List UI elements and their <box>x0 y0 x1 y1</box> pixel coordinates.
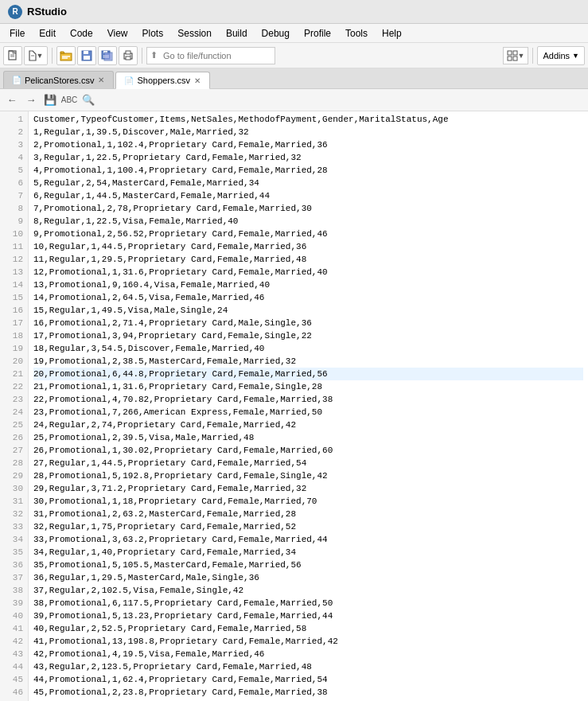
code-line-24: 23,Promotional,7,266,American Express,Fe… <box>33 406 583 419</box>
line-number-19: 19 <box>0 342 23 355</box>
new-script-button[interactable]: ▼ <box>24 46 48 65</box>
line-number-28: 28 <box>0 457 23 469</box>
find-button[interactable]: 🔍 <box>80 92 97 109</box>
code-line-3: 2,Promotional,1,102.4,Proprietary Card,F… <box>33 138 583 151</box>
toolbar-separator-2 <box>142 48 142 64</box>
menu-item-tools[interactable]: Tools <box>339 26 374 41</box>
line-number-46: 46 <box>0 686 23 699</box>
code-line-31: 30,Promotional,1,18,Proprietary Card,Fem… <box>33 495 583 508</box>
line-number-14: 14 <box>0 278 23 291</box>
code-line-41: 40,Regular,2,52.5,Proprietary Card,Femal… <box>33 622 583 635</box>
menu-item-file[interactable]: File <box>3 26 31 41</box>
line-number-20: 20 <box>0 355 23 368</box>
line-number-18: 18 <box>0 329 23 342</box>
line-number-35: 35 <box>0 546 23 559</box>
line-number-29: 29 <box>0 469 23 482</box>
line-number-9: 9 <box>0 215 23 228</box>
svg-rect-23 <box>513 56 517 60</box>
line-number-42: 42 <box>0 635 23 648</box>
menu-item-help[interactable]: Help <box>376 26 408 41</box>
menu-item-edit[interactable]: Edit <box>33 26 62 41</box>
svg-rect-21 <box>513 51 517 55</box>
code-line-28: 27,Regular,1,44.5,Proprietary Card,Femal… <box>33 457 583 469</box>
code-line-21: 20,Promotional,6,44.8,Proprietary Card,F… <box>33 368 583 380</box>
print-button[interactable] <box>119 46 138 65</box>
code-line-39: 38,Promotional,6,117.5,Proprietary Card,… <box>33 597 583 609</box>
tab-pelican-icon: 📄 <box>12 76 21 84</box>
line-number-41: 41 <box>0 622 23 635</box>
code-line-30: 29,Regular,3,71.2,Proprietary Card,Femal… <box>33 482 583 495</box>
menu-item-code[interactable]: Code <box>64 26 99 41</box>
code-line-34: 33,Promotional,3,63.2,Proprietary Card,F… <box>33 533 583 546</box>
addins-button[interactable]: Addins ▼ <box>537 46 585 65</box>
menu-item-build[interactable]: Build <box>220 26 254 41</box>
tab-shoppers-close[interactable]: ✕ <box>193 76 201 85</box>
line-number-36: 36 <box>0 559 23 571</box>
code-line-37: 36,Regular,1,29.5,MasterCard,Male,Single… <box>33 571 583 584</box>
tab-pelican-close[interactable]: ✕ <box>97 76 105 84</box>
go-to-icon: ⬆ <box>150 50 158 60</box>
svg-point-19 <box>130 55 131 56</box>
line-number-26: 26 <box>0 431 23 444</box>
code-line-35: 34,Regular,1,40,Proprietary Card,Female,… <box>33 546 583 559</box>
code-line-26: 25,Promotional,2,39.5,Visa,Male,Married,… <box>33 431 583 444</box>
code-line-14: 13,Promotional,9,160.4,Visa,Female,Marri… <box>33 278 583 291</box>
new-file-button[interactable] <box>3 46 22 65</box>
line-number-25: 25 <box>0 419 23 431</box>
line-numbers: 1234567891011121314151617181920212223242… <box>0 111 29 701</box>
code-content[interactable]: Customer,TypeofCustomer,Items,NetSales,M… <box>29 111 588 701</box>
code-line-10: 9,Promotional,2,56.52,Proprietary Card,F… <box>33 228 583 240</box>
code-line-1: Customer,TypeofCustomer,Items,NetSales,M… <box>33 113 583 126</box>
line-number-44: 44 <box>0 660 23 673</box>
tab-shoppers[interactable]: 📄 Shoppers.csv ✕ <box>115 72 210 89</box>
line-number-5: 5 <box>0 164 23 177</box>
line-number-37: 37 <box>0 571 23 584</box>
menu-item-session[interactable]: Session <box>171 26 218 41</box>
save-button[interactable] <box>77 46 96 65</box>
code-line-25: 24,Regular,2,74,Proprietary Card,Female,… <box>33 419 583 431</box>
svg-rect-10 <box>84 51 88 54</box>
line-number-16: 16 <box>0 304 23 317</box>
menu-item-plots[interactable]: Plots <box>136 26 170 41</box>
line-number-27: 27 <box>0 444 23 457</box>
open-button[interactable] <box>56 46 76 65</box>
source-on-save-button[interactable]: ABC <box>60 92 78 109</box>
grid-button[interactable]: ▼ <box>503 47 529 64</box>
code-line-2: 1,Regular,1,39.5,Discover,Male,Married,3… <box>33 126 583 138</box>
forward-button[interactable]: → <box>22 92 40 109</box>
code-line-15: 14,Promotional,2,64.5,Visa,Female,Marrie… <box>33 291 583 304</box>
code-line-29: 28,Promotional,5,192.8,Proprietary Card,… <box>33 469 583 482</box>
menu-item-profile[interactable]: Profile <box>298 26 337 41</box>
code-line-42: 41,Promotional,13,198.8,Proprietary Card… <box>33 635 583 648</box>
line-number-1: 1 <box>0 113 23 126</box>
app-title: RStudio <box>27 6 67 18</box>
line-number-39: 39 <box>0 597 23 609</box>
code-line-8: 7,Promotional,2,78,Proprietary Card,Fema… <box>33 202 583 215</box>
addins-label: Addins <box>543 51 570 60</box>
code-line-4: 3,Regular,1,22.5,Proprietary Card,Female… <box>33 151 583 164</box>
goto-input[interactable] <box>160 47 271 64</box>
line-number-2: 2 <box>0 126 23 138</box>
code-line-18: 17,Promotional,3,94,Proprietary Card,Fem… <box>33 329 583 342</box>
line-number-8: 8 <box>0 202 23 215</box>
save-source-button[interactable]: 💾 <box>41 92 59 109</box>
menu-item-view[interactable]: View <box>101 26 134 41</box>
line-number-21: 21 <box>0 368 23 380</box>
code-line-11: 10,Regular,1,44.5,Proprietary Card,Femal… <box>33 240 583 253</box>
menu-item-debug[interactable]: Debug <box>255 26 296 41</box>
line-number-24: 24 <box>0 406 23 419</box>
back-button[interactable]: ← <box>3 92 21 109</box>
tab-pelican-label: PelicanStores.csv <box>25 76 94 85</box>
code-line-45: 44,Promotional,1,62.4,Proprietary Card,F… <box>33 673 583 686</box>
toolbar-separator-3 <box>532 48 533 64</box>
line-number-3: 3 <box>0 138 23 151</box>
app-icon: R <box>8 5 22 19</box>
save-all-button[interactable] <box>98 46 117 65</box>
line-number-30: 30 <box>0 482 23 495</box>
tab-pelican[interactable]: 📄 PelicanStores.csv ✕ <box>3 71 114 88</box>
line-number-43: 43 <box>0 648 23 660</box>
code-line-16: 15,Regular,1,49.5,Visa,Male,Single,24 <box>33 304 583 317</box>
line-number-40: 40 <box>0 609 23 622</box>
code-line-32: 31,Promotional,2,63.2,MasterCard,Female,… <box>33 508 583 520</box>
line-number-7: 7 <box>0 189 23 202</box>
